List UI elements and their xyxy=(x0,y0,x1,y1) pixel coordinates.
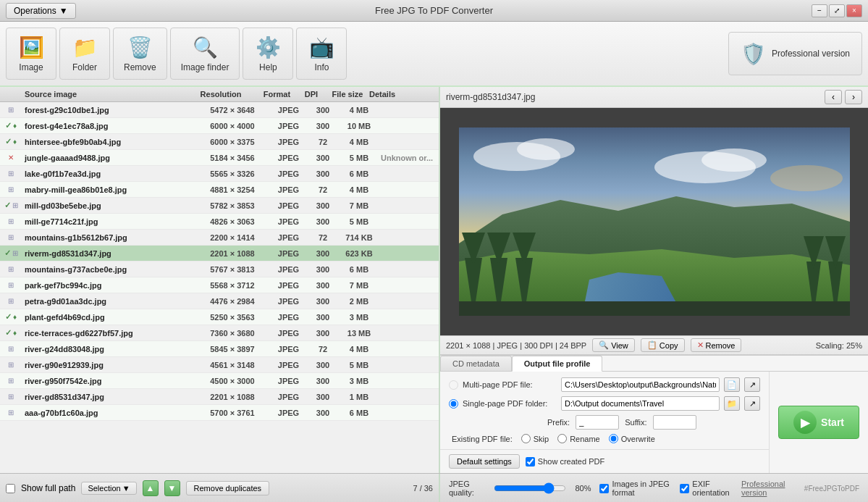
show-path-checkbox[interactable] xyxy=(6,484,15,493)
skip-radio[interactable] xyxy=(521,434,531,443)
close-button[interactable]: × xyxy=(846,4,862,17)
tab-cd-metadata[interactable]: CD metadata xyxy=(440,356,512,371)
remove-toolbar-button[interactable]: 🗑️ Remove xyxy=(113,28,167,80)
copy-label: Copy xyxy=(660,341,678,350)
selection-button[interactable]: Selection ▼ xyxy=(81,482,136,495)
row-checkbox[interactable]: ⊞ xyxy=(0,170,22,177)
show-pdf-label[interactable]: Show created PDF xyxy=(526,457,604,467)
prefix-input[interactable] xyxy=(576,415,619,430)
row-checkbox[interactable]: ⊞ xyxy=(0,281,22,289)
copy-button[interactable]: 📋 Copy xyxy=(641,338,685,352)
multi-page-radio[interactable] xyxy=(449,380,458,390)
prev-image-button[interactable]: ‹ xyxy=(825,90,842,104)
multi-page-browse-button[interactable]: 📄 xyxy=(724,377,740,392)
row-resolution: 7360 × 3680 xyxy=(196,329,269,338)
help-icon: ⚙️ xyxy=(256,35,281,59)
table-row[interactable]: ⊞ lake-g0f1b7ea3d.jpg 5565 × 3326 JPEG 3… xyxy=(0,166,439,182)
row-checkbox[interactable]: ⊞ xyxy=(0,361,22,369)
table-row[interactable]: ⊞ river-g90e912939.jpg 4561 × 3148 JPEG … xyxy=(0,357,439,373)
row-checkbox[interactable]: ⊞ xyxy=(0,185,22,193)
rename-label[interactable]: Rename xyxy=(557,434,600,443)
start-button[interactable]: ▶ Start xyxy=(778,406,859,439)
info-button[interactable]: 📺 Info xyxy=(296,28,347,80)
maximize-button[interactable]: ⤢ xyxy=(829,4,845,17)
table-row[interactable]: ⊞ park-gef7bc994c.jpg 5568 × 3712 JPEG 3… xyxy=(0,277,439,293)
rename-radio[interactable] xyxy=(557,434,567,443)
magnifier-icon: 🔍 xyxy=(599,340,609,350)
table-row[interactable]: ✓ ♦ plant-gefd4b69cd.jpg 5250 × 3563 JPE… xyxy=(0,309,439,325)
show-pdf-checkbox[interactable] xyxy=(526,457,535,467)
row-filename: forest-g4e1ec78a8.jpg xyxy=(22,122,196,130)
image-finder-button[interactable]: 🔍 Image finder xyxy=(170,28,240,80)
row-checkbox[interactable]: ⊞ xyxy=(0,393,22,401)
table-row[interactable]: ⊞ mountains-g1b5612b67.jpg 2200 × 1414 J… xyxy=(0,230,439,246)
file-list[interactable]: ⊞ forest-g29c10dbe1.jpg 5472 × 3648 JPEG… xyxy=(0,102,439,473)
image-button[interactable]: 🖼️ Image xyxy=(6,28,56,80)
table-row[interactable]: ⊞ petra-g9d01aa3dc.jpg 4476 × 2984 JPEG … xyxy=(0,293,439,309)
images-jpeg-label[interactable]: Images in JPEG format xyxy=(599,480,671,497)
table-row[interactable]: ⊞ mill-ge7714c21f.jpg 4826 × 3063 JPEG 3… xyxy=(0,214,439,230)
table-row[interactable]: ✓ ♦ forest-g4e1ec78a8.jpg 6000 × 4000 JP… xyxy=(0,118,439,134)
remove-duplicates-button[interactable]: Remove duplicates xyxy=(186,481,270,495)
pro-version-link[interactable]: Professional version xyxy=(741,480,796,497)
row-checkbox[interactable]: ✓ ♦ xyxy=(0,312,22,322)
row-checkbox[interactable]: ⊞ xyxy=(0,409,22,417)
suffix-input[interactable] xyxy=(653,415,696,430)
multi-page-input[interactable] xyxy=(561,377,720,392)
quality-slider[interactable] xyxy=(494,482,566,494)
table-row[interactable]: ⊞ river-g24dd83048.jpg 5845 × 3897 JPEG … xyxy=(0,341,439,357)
overwrite-radio[interactable] xyxy=(609,434,618,443)
row-checkbox[interactable]: ⊞ xyxy=(0,377,22,385)
table-row[interactable]: ✓ ⊞ mill-gd03be5ebe.jpg 5782 × 3853 JPEG… xyxy=(0,198,439,214)
row-checkbox[interactable]: ✓ ⊞ xyxy=(0,201,22,210)
row-format: JPEG xyxy=(269,154,308,162)
pro-version-button[interactable]: 🛡️ Professional version xyxy=(728,32,862,75)
images-jpeg-checkbox[interactable] xyxy=(599,484,609,493)
single-page-browse-button[interactable]: 📁 xyxy=(724,396,740,411)
single-page-radio[interactable] xyxy=(449,399,458,409)
single-page-input[interactable] xyxy=(561,396,720,411)
table-row[interactable]: ✓ ♦ rice-terraces-gd6227bf57.jpg 7360 × … xyxy=(0,325,439,341)
table-row[interactable]: ⊞ mabry-mill-gea86b01e8.jpg 4881 × 3254 … xyxy=(0,182,439,198)
row-checkbox[interactable]: ✓ ♦ xyxy=(0,328,22,338)
row-checkbox[interactable]: ✓ ♦ xyxy=(0,121,22,130)
row-filename: petra-g9d01aa3dc.jpg xyxy=(22,297,196,306)
row-checkbox[interactable]: ⊞ xyxy=(0,106,22,114)
multi-page-open-button[interactable]: ↗ xyxy=(744,377,760,392)
operations-button[interactable]: Operations ▼ xyxy=(6,3,76,19)
row-resolution: 5845 × 3897 xyxy=(196,345,269,354)
exif-checkbox[interactable] xyxy=(680,484,689,493)
view-button[interactable]: 🔍 View xyxy=(592,338,635,352)
table-row[interactable]: ⊞ forest-g29c10dbe1.jpg 5472 × 3648 JPEG… xyxy=(0,102,439,118)
exif-label[interactable]: EXIF orientation xyxy=(680,480,733,497)
minimize-button[interactable]: − xyxy=(812,4,827,17)
single-page-open-button[interactable]: ↗ xyxy=(744,396,760,411)
row-checkbox[interactable]: ⊞ xyxy=(0,297,22,305)
table-row[interactable]: ⊞ aaa-g70bf1c60a.jpg 5700 × 3761 JPEG 30… xyxy=(0,405,439,421)
next-image-button[interactable]: › xyxy=(845,90,862,104)
row-checkbox[interactable]: ✕ xyxy=(0,154,22,162)
row-checkbox[interactable]: ✓ ⊞ xyxy=(0,248,22,258)
tab-output-profile[interactable]: Output file profile xyxy=(512,356,603,372)
row-checkbox[interactable]: ⊞ xyxy=(0,265,22,273)
table-row[interactable]: ✓ ⊞ riverm-gd8531d347.jpg 2201 × 1088 JP… xyxy=(0,246,439,262)
help-button[interactable]: ⚙️ Help xyxy=(243,28,293,80)
row-checkbox[interactable]: ⊞ xyxy=(0,217,22,225)
existing-pdf-row: Existing PDF file: Skip Rename xyxy=(449,434,760,443)
table-row[interactable]: ⊞ mountains-g737acbe0e.jpg 5767 × 3813 J… xyxy=(0,262,439,277)
move-up-button[interactable]: ▲ xyxy=(143,480,159,496)
row-checkbox[interactable]: ✓ ♦ xyxy=(0,137,22,146)
remove-preview-button[interactable]: ✕ Remove xyxy=(691,338,742,352)
skip-label[interactable]: Skip xyxy=(521,434,549,443)
folder-button[interactable]: 📁 Folder xyxy=(59,28,110,80)
default-settings-button[interactable]: Default settings xyxy=(449,454,520,469)
table-row[interactable]: ⊞ river-gd8531d347.jpg 2201 × 1088 JPEG … xyxy=(0,389,439,405)
table-row[interactable]: ⊞ river-g950f7542e.jpg 4500 × 3000 JPEG … xyxy=(0,373,439,389)
row-filename: park-gef7bc994c.jpg xyxy=(22,281,196,290)
row-checkbox[interactable]: ⊞ xyxy=(0,233,22,241)
table-row[interactable]: ✕ jungle-gaaaad9488.jpg 5184 × 3456 JPEG… xyxy=(0,150,439,166)
row-checkbox[interactable]: ⊞ xyxy=(0,345,22,353)
table-row[interactable]: ✓ ♦ hintersee-gbfe9b0ab4.jpg 6000 × 3375… xyxy=(0,134,439,150)
move-down-button[interactable]: ▼ xyxy=(164,480,180,496)
overwrite-label[interactable]: Overwrite xyxy=(609,434,655,443)
